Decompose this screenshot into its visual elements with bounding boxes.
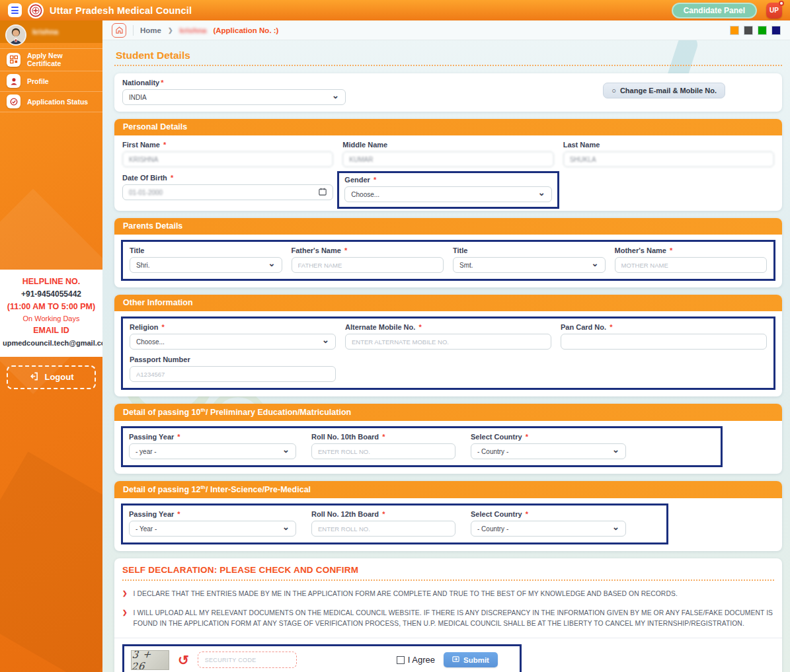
required-asterisk: * (374, 176, 376, 184)
section-header: Other Information (114, 295, 782, 311)
gender-select[interactable]: Choose... ⌄ (344, 186, 551, 202)
sidebar: krishna Apply New Certificate (0, 20, 102, 672)
sidebar-decoration (0, 451, 102, 672)
hamburger-menu-icon[interactable] (8, 3, 22, 17)
up-profile-badge[interactable]: UP (766, 3, 782, 19)
twelfth-passing-year-label: Passing Year * (129, 510, 296, 518)
agree-checkbox-group: I Agree (397, 655, 435, 665)
bullet-arrow-icon: ❯ (122, 608, 128, 630)
breadcrumb-application-no: (Application No. :) (213, 26, 278, 34)
sidebar-username: krishna (32, 28, 58, 36)
logout-icon (28, 371, 38, 383)
divider (133, 25, 134, 36)
self-declaration-section: SELF DECLARATION: PLEASE CHECK AND CONFI… (114, 558, 782, 672)
father-title-label: Title (130, 246, 282, 254)
app-title: Uttar Pradesh Medical Council (50, 5, 192, 16)
theme-swatch-green[interactable] (758, 26, 767, 35)
twelfth-highlight-box: Passing Year * - Year - ⌄ Roll No. 12th … (121, 504, 668, 544)
home-icon[interactable] (112, 23, 126, 38)
father-title-select[interactable]: Shri. ⌄ (130, 257, 282, 273)
declaration-item: ❯ I WILL UPLOAD ALL MY RELEVANT DOCUMENT… (122, 608, 774, 630)
theme-swatch-gray[interactable] (744, 26, 753, 35)
required-asterisk: * (526, 510, 528, 518)
bullet-arrow-icon: ❯ (122, 589, 128, 599)
alternate-mobile-input[interactable] (345, 334, 551, 350)
form-area: Student Details Nationality* INDIA ⌄ ○ C… (102, 40, 790, 672)
required-asterisk: * (177, 433, 180, 441)
email-heading: EMAIL ID (3, 324, 100, 337)
passport-input[interactable] (130, 366, 336, 382)
parents-highlight-box: Title Shri. ⌄ Father's Name * Title (121, 240, 775, 281)
tenth-country-select[interactable]: - Country - ⌄ (471, 443, 626, 459)
first-name-input[interactable] (122, 151, 333, 167)
sidebar-item-profile[interactable]: Profile (0, 71, 102, 92)
dob-input[interactable]: 01-01-2000 (122, 184, 333, 200)
helpline-phone: +91-9454055442 (3, 288, 100, 301)
twelfth-roll-label: Roll No. 12th Board * (311, 510, 455, 518)
sidebar-item-application-status[interactable]: Application Status (0, 92, 102, 112)
twelfth-details-section: Detail of passing 12th/ Inter-Science/Pr… (114, 481, 782, 551)
twelfth-passing-year-select[interactable]: - Year - ⌄ (129, 521, 296, 537)
passport-label: Passport Number (130, 355, 336, 363)
top-header: Uttar Pradesh Medical Council Candidate … (0, 0, 790, 20)
section-header: Detail of passing 12th/ Inter-Science/Pr… (114, 481, 782, 498)
sidebar-item-apply-new-certificate[interactable]: Apply New Certificate (0, 48, 102, 71)
security-code-input[interactable] (198, 652, 297, 668)
pan-card-label: Pan Card No. * (561, 323, 767, 331)
candidate-panel-button[interactable]: Candidate Panel (672, 3, 757, 19)
helpline-card: HELPLINE NO. +91-9454055442 (11:00 AM TO… (0, 270, 102, 357)
religion-select[interactable]: Choose... ⌄ (130, 334, 336, 350)
required-asterisk: * (161, 323, 164, 331)
mother-title-select[interactable]: Smt. ⌄ (453, 257, 606, 273)
tenth-country-label: Select Country * (471, 433, 626, 441)
captcha-highlight-box: 3 + 26 ↺ I Agree (122, 644, 522, 672)
divider (114, 65, 782, 66)
required-asterisk: * (418, 323, 421, 331)
helpline-hours: (11:00 AM TO 5:00 PM) (3, 301, 100, 313)
breadcrumb-home-link[interactable]: Home (140, 26, 161, 34)
twelfth-country-select[interactable]: - Country - ⌄ (471, 521, 626, 537)
theme-swatch-navy[interactable] (771, 26, 781, 35)
first-name-label: First Name * (122, 141, 333, 149)
tenth-highlight-box: Passing Year * - year - ⌄ Roll No. 10th … (121, 426, 723, 467)
breadcrumb-separator-icon: ❯ (168, 27, 173, 34)
required-asterisk: * (344, 246, 347, 254)
other-information-section: Other Information Religion * Choose... ⌄ (114, 295, 782, 396)
sidebar-item-label: Apply New Certificate (27, 52, 96, 67)
calendar-icon[interactable] (319, 188, 327, 197)
twelfth-roll-input[interactable] (311, 521, 455, 537)
breadcrumb-username: krishna (180, 26, 207, 34)
middle-name-input[interactable] (342, 151, 553, 167)
dob-label: Date Of Birth * (122, 174, 333, 182)
father-name-input[interactable] (292, 257, 444, 273)
upmc-logo (28, 3, 44, 19)
theme-swatch-orange[interactable] (730, 26, 739, 35)
helpline-days: On Working Days (3, 313, 100, 324)
required-asterisk: * (670, 246, 672, 254)
pan-card-input[interactable] (561, 334, 767, 350)
twelfth-country-label: Select Country * (471, 510, 626, 518)
change-email-mobile-button[interactable]: ○ Change E-mail & Mobile No. (603, 83, 725, 98)
last-name-input[interactable] (563, 151, 774, 167)
sidebar-item-label: Profile (27, 77, 49, 85)
required-asterisk: * (382, 433, 385, 441)
required-asterisk: * (526, 433, 528, 441)
tenth-passing-year-select[interactable]: - year - ⌄ (129, 443, 296, 459)
nationality-select[interactable]: INDIA ⌄ (122, 89, 346, 105)
helpline-heading: HELPLINE NO. (3, 276, 100, 288)
section-header: Personal Details (114, 119, 782, 135)
mother-name-input[interactable] (615, 257, 768, 273)
refresh-captcha-icon[interactable]: ↺ (178, 653, 189, 667)
logout-label: Logout (44, 372, 73, 382)
tenth-roll-input[interactable] (311, 443, 455, 459)
agree-checkbox[interactable] (397, 656, 405, 664)
qr-grid-icon (7, 53, 20, 67)
agree-label: I Agree (408, 655, 435, 665)
declaration-title: SELF DECLARATION: PLEASE CHECK AND CONFI… (122, 565, 774, 575)
nationality-card: Nationality* INDIA ⌄ ○ Change E-mail & M… (114, 73, 782, 112)
parents-details-section: Parents Details Title Shri. ⌄ Father's N… (114, 218, 782, 287)
page-title: Student Details (116, 50, 782, 61)
sidebar-menu: Apply New Certificate Profile (0, 48, 102, 112)
submit-button[interactable]: Submit (444, 652, 498, 667)
logout-button[interactable]: Logout (7, 365, 96, 389)
